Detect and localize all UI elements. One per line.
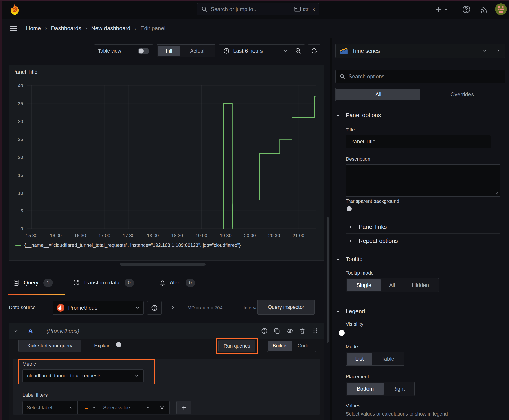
select-value-dropdown[interactable]: Select value <box>99 401 154 414</box>
viz-expand-button[interactable] <box>491 44 505 58</box>
chart-legend[interactable]: {__name__="cloudflared_tunnel_total_requ… <box>15 242 241 248</box>
prometheus-icon <box>57 304 65 312</box>
panel-resize-handle[interactable] <box>120 263 205 266</box>
description-label: Description <box>346 156 370 162</box>
tooltip-hidden[interactable]: Hidden <box>403 279 438 291</box>
placement-right[interactable]: Right <box>384 383 413 395</box>
query-options-expander[interactable] <box>170 305 176 310</box>
kick-start-button[interactable]: Kick start your query <box>18 340 81 352</box>
tab-overrides[interactable]: Overrides <box>420 89 504 100</box>
chart-panel: Panel Title 051015202530354015:3016:0016… <box>8 65 324 261</box>
legend-header[interactable]: Legend <box>336 308 365 315</box>
tab-query-label: Query <box>24 279 38 286</box>
actual-option[interactable]: Actual <box>180 45 214 56</box>
remove-filter-button[interactable] <box>154 401 170 414</box>
viz-picker-button[interactable]: Time series <box>335 44 491 58</box>
breadcrumb-new-dashboard[interactable]: New dashboard <box>91 25 130 32</box>
chevron-down-icon <box>336 113 340 118</box>
query-ref-id[interactable]: A <box>28 328 33 335</box>
code-option[interactable]: Code <box>292 341 315 351</box>
chevron-down-icon <box>92 406 96 410</box>
breadcrumb-dashboards[interactable]: Dashboards <box>51 25 81 32</box>
fill-option[interactable]: Fill <box>158 45 180 56</box>
repeat-options-header[interactable]: Repeat options <box>348 237 398 244</box>
viz-name: Time series <box>352 48 483 54</box>
legend-series-name[interactable]: {__name__="cloudflared_tunnel_total_requ… <box>24 242 241 248</box>
global-search-input[interactable]: Search or jump to... ctrl+k <box>197 3 319 15</box>
legend-mode-list[interactable]: List <box>347 353 372 365</box>
legend-mode-table[interactable]: Table <box>372 353 403 365</box>
chevron-down-icon <box>135 306 140 310</box>
zoom-out-button[interactable] <box>292 45 304 57</box>
chevron-right-icon <box>348 225 352 229</box>
time-series-chart[interactable]: 051015202530354015:3016:0016:3017:0017:3… <box>11 83 321 240</box>
panel-options-header[interactable]: Panel options <box>336 112 381 119</box>
add-filter-button[interactable] <box>176 401 191 414</box>
chevron-down-icon <box>336 309 340 314</box>
grafana-logo-icon[interactable] <box>8 3 21 15</box>
options-tabs: All Overrides <box>335 88 505 101</box>
table-view-toggle[interactable] <box>138 48 149 54</box>
svg-text:21:00: 21:00 <box>292 233 304 238</box>
search-icon <box>201 6 208 12</box>
query-row-header[interactable]: A (Prometheus) <box>8 323 324 339</box>
top-header: Search or jump to... ctrl+k <box>0 0 509 19</box>
tab-query-count: 1 <box>43 279 53 287</box>
legend-placement-switcher: Bottom Right <box>346 382 415 396</box>
legend-placement-label: Placement <box>346 374 369 380</box>
svg-text:18:00: 18:00 <box>147 233 159 238</box>
chevron-down-icon[interactable] <box>14 329 18 333</box>
svg-text:0: 0 <box>20 226 23 231</box>
tab-query[interactable]: Query 1 <box>13 276 53 289</box>
svg-text:19:00: 19:00 <box>196 233 207 238</box>
panel-title[interactable]: Panel Title <box>12 69 38 75</box>
builder-code-switcher: Builder Code <box>267 340 316 352</box>
tab-alert-label: Alert <box>170 279 181 286</box>
description-textarea[interactable] <box>346 165 501 196</box>
builder-option[interactable]: Builder <box>268 341 292 351</box>
breadcrumb-bar: Home › Dashboards › New dashboard › Edit… <box>0 19 509 38</box>
breadcrumb-home[interactable]: Home <box>26 25 41 32</box>
delete-query-icon[interactable] <box>299 328 305 334</box>
help-icon[interactable] <box>462 5 471 14</box>
panel-title-input[interactable] <box>346 135 491 148</box>
tab-transform[interactable]: Transform data 0 <box>73 276 134 289</box>
create-new-button[interactable] <box>435 5 448 14</box>
time-series-viz-icon <box>340 48 348 54</box>
time-range-picker[interactable]: Last 6 hours <box>219 45 292 57</box>
menu-hamburger-icon[interactable] <box>9 25 18 32</box>
datasource-picker[interactable]: Prometheus <box>53 301 144 315</box>
duplicate-query-icon[interactable] <box>273 328 280 334</box>
tooltip-all[interactable]: All <box>381 279 403 291</box>
svg-text:20:30: 20:30 <box>268 233 280 238</box>
plus-icon <box>181 405 187 411</box>
operator-dropdown[interactable]: = <box>78 401 99 414</box>
chevron-right-icon <box>495 48 501 53</box>
search-options-field[interactable]: Search options <box>335 70 505 83</box>
hide-query-icon[interactable] <box>286 328 293 334</box>
query-inspector-button[interactable]: Query inspector <box>258 300 315 315</box>
resize-corner-icon[interactable] <box>495 191 499 195</box>
run-queries-annotation <box>216 338 258 354</box>
news-rss-icon[interactable] <box>479 5 488 14</box>
table-view-control: Table view <box>94 45 153 57</box>
label-filter-row: Select label = Select value <box>23 401 191 414</box>
select-label-dropdown[interactable]: Select label <box>23 401 78 414</box>
explain-label: Explain <box>94 343 110 349</box>
tooltip-mode-label: Tooltip mode <box>346 270 374 276</box>
grafana-edit-panel-page: Search or jump to... ctrl+k <box>0 0 509 420</box>
options-pane-divider[interactable] <box>330 38 332 420</box>
query-help-icon[interactable] <box>261 328 268 334</box>
refresh-button[interactable] <box>308 45 320 57</box>
tab-all[interactable]: All <box>336 89 420 100</box>
drag-handle-icon[interactable] <box>312 328 318 334</box>
panel-links-header[interactable]: Panel links <box>348 224 387 230</box>
user-avatar[interactable] <box>495 3 507 15</box>
tooltip-header[interactable]: Tooltip <box>336 256 363 263</box>
label-filters-label: Label filters <box>23 392 48 398</box>
placement-bottom[interactable]: Bottom <box>347 383 384 395</box>
svg-text:18:30: 18:30 <box>171 233 183 238</box>
tab-alert[interactable]: Alert 0 <box>159 276 195 289</box>
tooltip-single[interactable]: Single <box>347 279 381 291</box>
datasource-help-button[interactable] <box>147 301 162 315</box>
